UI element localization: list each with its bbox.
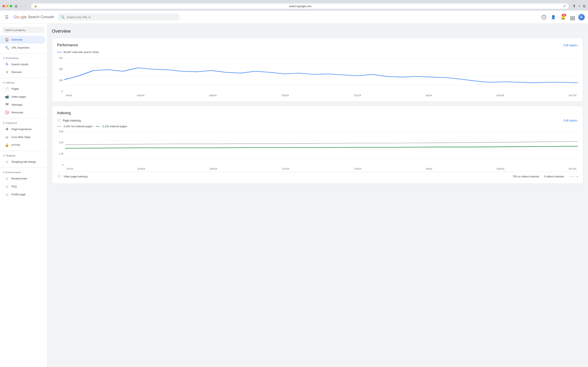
performance-card-header: Performance Full report › <box>57 43 578 47</box>
chevron-down-icon-2: ▾ <box>3 81 4 84</box>
reload-button[interactable]: ↺ <box>563 4 566 8</box>
ix-label-2: 6/19/24 <box>138 167 145 170</box>
iy-label-13k: 1.3K <box>57 152 63 155</box>
sidebar-item-url-inspection[interactable]: 🔍 URL inspection <box>0 44 45 52</box>
sidebar-removals-label: Removals <box>11 111 42 114</box>
video-indexing-row: 📄 Video page indexing 759 no videos inde… <box>57 172 578 179</box>
sidebar-item-pages[interactable]: 📄 Pages <box>0 85 45 93</box>
back-button[interactable]: ‹ <box>20 4 23 9</box>
video-indexing-label: Video page indexing <box>63 175 510 178</box>
sidebar-item-profile-page[interactable]: ◇ Profile page <box>0 191 45 198</box>
url-inspect-bar[interactable]: 🔍 <box>57 13 180 21</box>
windows-button[interactable]: ⧉ <box>583 4 586 8</box>
hamburger-menu-button[interactable]: ☰ <box>3 13 10 21</box>
lock-icon: 🔒 <box>34 5 37 8</box>
logo-e: e <box>24 15 26 19</box>
performance-x-labels: 6/4/24 6/16/24 6/28/24 7/10/24 7/22/24 8… <box>64 93 578 97</box>
sidebar-item-sitemaps[interactable]: 🗺 Sitemaps <box>0 101 45 108</box>
indexing-section-label: Indexing <box>6 81 14 84</box>
enhancements-section-header[interactable]: ▾ Enhancements <box>0 169 47 175</box>
sidebar-toggle-button[interactable]: ⊞ <box>14 4 18 8</box>
iy-label-38k: 3.8K <box>57 130 63 133</box>
chevron-right-icon-2: › <box>577 119 578 122</box>
avatar[interactable]: A <box>578 14 585 20</box>
indexing-section-header[interactable]: ▾ Indexing <box>0 80 47 85</box>
url-inspect-input[interactable] <box>67 16 177 19</box>
sidebar-item-search-results[interactable]: G Search results <box>0 60 45 68</box>
x-label-6: 8/3/24 <box>426 94 432 97</box>
notifications-button[interactable]: 🔔 102 <box>559 13 567 21</box>
video-icon: 📹 <box>5 95 9 99</box>
x-label-5: 7/22/24 <box>354 94 361 97</box>
chevron-right-icon: › <box>577 44 578 47</box>
help-button[interactable]: ? <box>540 13 548 21</box>
sidebar-item-faq[interactable]: ◇ FAQ <box>0 183 45 191</box>
traffic-lights <box>2 5 12 7</box>
sidebar-item-discover[interactable]: ✳ Discover <box>0 68 45 76</box>
divider-1 <box>0 53 47 53</box>
sidebar-item-https[interactable]: 🔒 HTTPS <box>0 141 45 149</box>
sparkle-icon: ✳ <box>5 70 9 74</box>
logo-g2: g <box>21 15 24 19</box>
sidebar-pages-label: Pages <box>11 87 42 90</box>
new-tab-button[interactable]: + <box>578 4 580 8</box>
performance-section-header[interactable]: ▾ Performance <box>0 55 47 60</box>
sidebar-item-core-web-vitals[interactable]: ◎ Core Web Vitals <box>0 133 45 141</box>
shopping-section-header[interactable]: ▾ Shopping <box>0 152 47 158</box>
sidebar-item-page-experience[interactable]: ✚ Page Experience <box>0 125 45 133</box>
content-area: Overview Performance Full report › 50,84… <box>47 24 588 367</box>
sidebar-item-shopping-tab[interactable]: ◇ Shopping tab listings <box>0 158 45 166</box>
ix-label-7: 8/16/24 <box>497 167 504 170</box>
chevron-down-icon: ▾ <box>3 57 4 59</box>
home-icon: 🏠 <box>5 38 9 42</box>
experience-section-header[interactable]: ▾ Experience <box>0 120 47 125</box>
sidebar-item-video-pages[interactable]: 📹 Video pages <box>0 93 45 101</box>
property-selector[interactable]: Select a property... <box>2 27 44 33</box>
y-label-0: 0 <box>57 90 63 92</box>
share-button[interactable]: ⬆ <box>573 4 576 8</box>
sidebar-item-overview[interactable]: 🏠 Overview <box>0 36 45 44</box>
logo-g: G <box>13 15 17 19</box>
pages-icon: 📄 <box>5 87 9 91</box>
sidebar-faq-label: FAQ <box>11 185 42 188</box>
chevron-down-icon-4: ▾ <box>3 154 4 157</box>
performance-full-report-link[interactable]: Full report › <box>564 44 578 47</box>
address-bar[interactable]: 🔒 search.google.com ↺ <box>31 3 569 9</box>
breadcrumbs-icon: ◇ <box>5 176 9 180</box>
https-icon: 🔒 <box>5 143 9 147</box>
sidebar-item-breadcrumbs[interactable]: ◇ Breadcrumbs <box>0 175 45 183</box>
apps-grid-button[interactable] <box>569 12 577 22</box>
search-icon: 🔍 <box>61 15 65 19</box>
profile-icon: ◇ <box>5 192 9 196</box>
iy-label-0: 0 <box>57 164 63 166</box>
indexing-full-report-link[interactable]: Full report › <box>564 119 578 122</box>
divider-4 <box>0 151 47 151</box>
indexing-card-header: Indexing <box>57 111 578 115</box>
y-label-750: 750 <box>57 57 63 59</box>
y-label-500: 500 <box>57 68 63 70</box>
sidebar: Select a property... 🏠 Overview 🔍 URL in… <box>0 24 47 367</box>
x-label-1: 6/4/24 <box>66 94 72 97</box>
divider-3 <box>0 118 47 118</box>
maximize-button[interactable] <box>10 5 12 7</box>
chevron-down-icon-5: ▾ <box>3 171 4 174</box>
indexing-card-title: Indexing <box>57 111 71 115</box>
x-label-8: 8/27/24 <box>569 94 576 97</box>
app-container: ☰ Google Search Console 🔍 ? 👤 🔔 102 <box>0 11 588 367</box>
forward-button[interactable]: › <box>24 4 27 9</box>
manage-users-button[interactable]: 👤 <box>549 13 557 21</box>
ix-label-4: 7/12/24 <box>282 167 289 170</box>
avatar-initial: A <box>580 16 582 19</box>
notification-badge: 102 <box>562 14 566 16</box>
sidebar-core-web-vitals-label: Core Web Vitals <box>11 136 42 139</box>
minimize-button[interactable] <box>6 5 9 7</box>
sidebar-item-removals[interactable]: 🚫 Removals <box>0 108 45 117</box>
close-button[interactable] <box>2 5 5 7</box>
page-title: Overview <box>52 29 583 34</box>
shopping-icon: ◇ <box>5 160 9 164</box>
ix-label-1: 6/7/24 <box>67 167 73 170</box>
not-indexed-legend: 3,193 not indexed pages <box>57 125 93 128</box>
video-chevron-right-icon[interactable]: › <box>577 174 578 179</box>
ix-label-3: 6/30/24 <box>210 167 217 170</box>
page-experience-icon: ✚ <box>5 127 9 131</box>
